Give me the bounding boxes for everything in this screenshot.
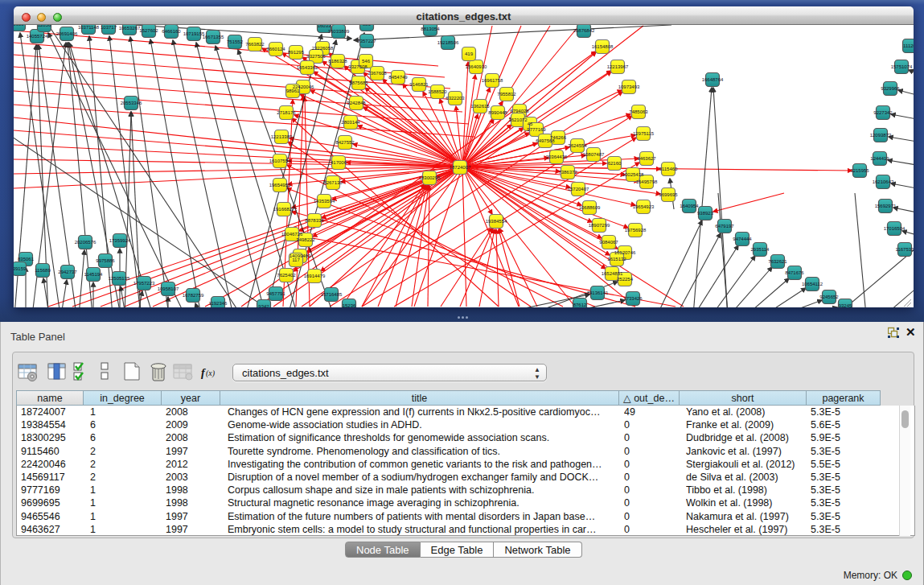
svg-text:7663822: 7663822	[245, 42, 265, 47]
svg-text:87612: 87612	[573, 303, 587, 307]
svg-text:1588520: 1588520	[428, 89, 447, 94]
svg-text:9115460: 9115460	[659, 167, 679, 171]
svg-text:419: 419	[465, 51, 474, 56]
svg-text:19218506: 19218506	[437, 40, 459, 45]
svg-text:1615132: 1615132	[607, 257, 626, 262]
svg-text:20876842: 20876842	[573, 28, 595, 33]
svg-text:18724007: 18724007	[450, 165, 471, 170]
svg-text:751552: 751552	[227, 39, 244, 44]
svg-text:1733426: 1733426	[623, 296, 643, 301]
svg-text:19384554: 19384554	[486, 219, 507, 224]
svg-text:1244419: 1244419	[870, 156, 889, 161]
svg-text:1145194: 1145194	[84, 272, 104, 277]
svg-text:8454749: 8454749	[388, 75, 408, 80]
svg-text:891295: 891295	[288, 50, 305, 55]
svg-text:3624554: 3624554	[568, 143, 587, 148]
svg-text:9245652: 9245652	[819, 295, 839, 299]
svg-text:6479197: 6479197	[715, 224, 734, 229]
svg-text:12975115: 12975115	[633, 131, 655, 136]
svg-text:8813054: 8813054	[421, 27, 440, 31]
svg-text:15720407: 15720407	[568, 187, 589, 192]
svg-text:16648764: 16648764	[702, 77, 724, 82]
svg-text:18300295: 18300295	[419, 175, 441, 180]
svg-text:8267130: 8267130	[323, 180, 343, 185]
svg-text:9327506: 9327506	[306, 54, 326, 59]
svg-text:1167533: 1167533	[896, 247, 915, 252]
svg-text:12213389: 12213389	[271, 134, 293, 139]
svg-text:2367608: 2367608	[368, 71, 387, 76]
svg-text:9146821: 9146821	[409, 82, 429, 87]
svg-text:9474444: 9474444	[733, 237, 752, 241]
svg-text:9329966: 9329966	[881, 86, 900, 91]
svg-text:16782759: 16782759	[183, 293, 204, 298]
svg-text:10958107: 10958107	[158, 286, 179, 291]
svg-text:7955812: 7955812	[497, 92, 516, 97]
svg-text:546: 546	[362, 59, 371, 64]
svg-text:417006: 417006	[331, 160, 347, 165]
svg-text:(x): (x)	[206, 369, 216, 378]
svg-text:3498222: 3498222	[296, 237, 315, 242]
svg-text:17359924: 17359924	[109, 238, 131, 243]
svg-text:117: 117	[292, 257, 300, 262]
svg-text:15236: 15236	[343, 303, 356, 308]
svg-text:98961: 98961	[286, 89, 300, 93]
svg-text:10807487: 10807487	[583, 152, 605, 157]
svg-text:14055724: 14055724	[27, 34, 48, 39]
svg-text:10688609: 10688609	[579, 205, 601, 210]
svg-text:8427552: 8427552	[335, 140, 355, 145]
svg-text:15716485: 15716485	[321, 292, 343, 297]
svg-text:103717: 103717	[101, 25, 117, 30]
svg-text:6794028: 6794028	[510, 109, 529, 113]
svg-text:16033809: 16033809	[328, 29, 350, 34]
svg-text:15751074: 15751074	[891, 64, 913, 69]
svg-text:16524851: 16524851	[602, 271, 623, 276]
svg-text:10973493: 10973493	[618, 84, 640, 89]
svg-text:2935114: 2935114	[751, 247, 770, 252]
svg-text:9457791: 9457791	[266, 291, 285, 296]
svg-text:12056: 12056	[38, 23, 51, 27]
svg-text:8471676: 8471676	[785, 270, 804, 275]
svg-text:7625402: 7625402	[277, 273, 296, 278]
svg-text:10025438: 10025438	[622, 172, 644, 177]
svg-text:20553346: 20553346	[121, 101, 142, 105]
svg-text:8909: 8909	[13, 22, 24, 27]
svg-text:17016504: 17016504	[884, 226, 906, 231]
svg-text:10046726: 10046726	[281, 232, 303, 237]
svg-text:8186328: 8186328	[328, 59, 347, 64]
svg-text:16107554: 16107554	[269, 159, 291, 163]
svg-text:20206576: 20206576	[75, 240, 97, 245]
svg-text:5875685: 5875685	[349, 80, 368, 85]
svg-text:9327508: 9327508	[348, 64, 368, 69]
svg-text:16120746: 16120746	[614, 250, 636, 255]
svg-text:1527602: 1527602	[139, 28, 158, 33]
svg-text:23226058: 23226058	[312, 46, 334, 51]
svg-text:8660124: 8660124	[266, 47, 285, 51]
svg-text:7485063: 7485063	[629, 109, 648, 114]
svg-text:16914479: 16914479	[304, 274, 326, 278]
svg-text:115689: 115689	[35, 268, 51, 273]
svg-text:18907299: 18907299	[589, 223, 610, 228]
svg-text:1621072: 1621072	[508, 117, 528, 122]
svg-text:938923: 938923	[697, 211, 714, 216]
svg-text:8878334: 8878334	[305, 218, 324, 223]
svg-text:62160: 62160	[608, 161, 622, 166]
svg-text:20691406: 20691406	[56, 31, 78, 36]
svg-text:6466160: 6466160	[162, 29, 181, 34]
svg-text:15640910: 15640910	[466, 64, 487, 69]
svg-text:20364436: 20364436	[546, 154, 568, 159]
svg-text:835061: 835061	[18, 257, 35, 262]
svg-text:93245: 93245	[839, 303, 852, 308]
svg-text:16154808: 16154808	[592, 44, 614, 49]
svg-text:6322203: 6322203	[446, 96, 465, 101]
svg-text:880: 880	[363, 22, 372, 27]
svg-text:16033: 16033	[318, 23, 331, 28]
svg-text:9975886: 9975886	[96, 258, 115, 263]
svg-text:252254: 252254	[617, 277, 634, 282]
svg-text:2718176: 2718176	[277, 110, 296, 115]
svg-text:8990448: 8990448	[488, 110, 507, 115]
svg-text:1192346: 1192346	[209, 301, 228, 306]
svg-text:15692971: 15692971	[875, 204, 897, 208]
svg-text:2942737: 2942737	[58, 270, 77, 274]
svg-text:9084067: 9084067	[599, 240, 618, 245]
svg-text:14353594: 14353594	[314, 199, 335, 204]
